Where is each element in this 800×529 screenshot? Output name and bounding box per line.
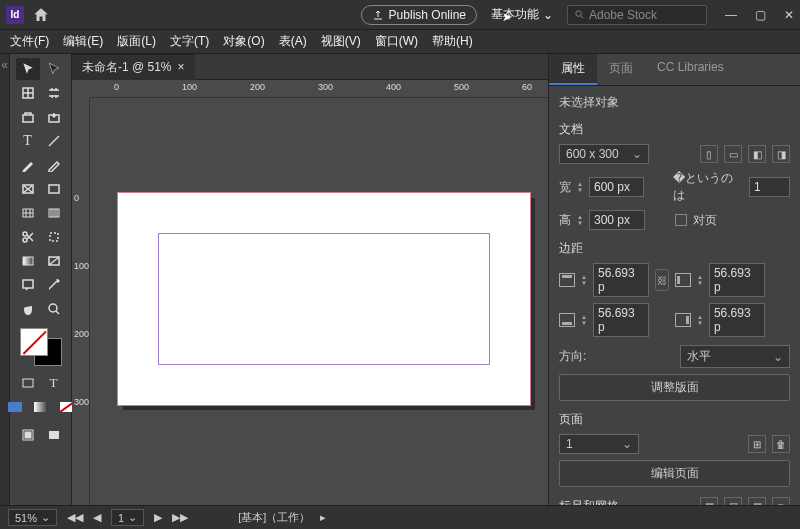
orientation-select[interactable]: 水平 ⌄ [680,345,790,368]
prev-page-icon[interactable]: ◀ [93,511,101,524]
height-input[interactable]: 300 px [589,210,645,230]
color-swatch[interactable] [20,328,62,366]
menu-view[interactable]: 视图(V) [321,33,361,50]
width-label: 宽 [559,179,571,196]
apply-gradient-icon[interactable] [29,396,53,418]
margin-left-value: 56.693 p [714,266,760,294]
margin-bottom-input[interactable]: 56.693 p [593,303,649,337]
note-tool[interactable] [16,274,40,296]
grid-2-icon[interactable]: ▦ [748,497,766,505]
margin-right-input[interactable]: 56.693 p [709,303,765,337]
content-collector-tool[interactable] [16,106,40,128]
gradient-feather-tool[interactable] [42,250,66,272]
binding-right-icon[interactable]: ◨ [772,145,790,163]
orientation-portrait-icon[interactable]: ▯ [700,145,718,163]
delete-page-icon[interactable]: 🗑 [772,435,790,453]
document-tab[interactable]: 未命名-1 @ 51% × [72,54,195,80]
page[interactable] [118,193,530,405]
pencil-tool[interactable] [42,154,66,176]
home-icon[interactable] [32,6,50,24]
zoom-tool[interactable] [42,298,66,320]
ruler-icon[interactable]: ▦ [700,497,718,505]
hand-tool[interactable] [16,298,40,320]
menu-window[interactable]: 窗口(W) [375,33,418,50]
minimize-button[interactable]: — [725,8,737,22]
next-page-icon[interactable]: ▶ [154,511,162,524]
gap-tool[interactable] [42,82,66,104]
svg-rect-5 [49,185,59,193]
menu-help[interactable]: 帮助(H) [432,33,473,50]
margin-left-spinner[interactable]: ▲▼ [697,274,703,286]
scissors-tool[interactable] [16,226,40,248]
next-spread-icon[interactable]: ▶▶ [172,511,188,524]
zoom-select[interactable]: 51% ⌄ [8,509,57,526]
rectangle-tool[interactable] [42,178,66,200]
workspace-dropdown[interactable]: 基本功能 ⌄ [491,6,553,23]
svg-point-9 [23,238,27,242]
eyedropper-tool[interactable] [42,274,66,296]
preset-size-select[interactable]: 600 x 300 ⌄ [559,144,649,164]
grid-tool[interactable] [16,202,40,224]
height-spinner[interactable]: ▲▼ [577,214,583,226]
svg-rect-2 [23,115,33,122]
close-button[interactable]: ✕ [784,8,794,22]
chevron-down-icon: ⌄ [543,8,553,22]
tab-cc-libraries[interactable]: CC Libraries [645,54,736,85]
link-margins-icon[interactable]: ⛓ [655,269,669,291]
panel-tabs: 属性 页面 CC Libraries [549,54,800,86]
rectangle-frame-tool[interactable] [16,178,40,200]
chevron-right-icon[interactable]: ▸ [320,511,326,524]
document-stage[interactable] [90,98,548,505]
direct-selection-tool[interactable] [42,58,66,80]
units-input[interactable]: 1 [749,177,790,197]
grid-3-icon[interactable]: ≡ [772,497,790,505]
add-page-icon[interactable]: ⊞ [748,435,766,453]
margin-left-input[interactable]: 56.693 p [709,263,765,297]
menu-file[interactable]: 文件(F) [10,33,49,50]
width-spinner[interactable]: ▲▼ [577,181,583,193]
menu-layout[interactable]: 版面(L) [117,33,156,50]
close-tab-icon[interactable]: × [178,60,185,74]
menu-type[interactable]: 文字(T) [170,33,209,50]
binding-left-icon[interactable]: ◧ [748,145,766,163]
margin-right-spinner[interactable]: ▲▼ [697,314,703,326]
status-info: [基本]（工作） [238,510,310,525]
format-container-icon[interactable] [16,372,40,394]
search-input[interactable]: Adobe Stock [567,5,707,25]
titlebar: Id Publish Online 基本功能 ⌄ Adobe Stock — ▢… [0,0,800,30]
line-tool[interactable] [42,130,66,152]
width-input[interactable]: 600 px [589,177,644,197]
adjust-layout-button[interactable]: 调整版面 [559,374,790,401]
type-tool[interactable]: T [16,130,40,152]
margin-bottom-spinner[interactable]: ▲▼ [581,314,587,326]
fill-swatch[interactable] [20,328,48,356]
tab-properties[interactable]: 属性 [549,54,597,85]
menu-table[interactable]: 表(A) [279,33,307,50]
margin-top-spinner[interactable]: ▲▼ [581,274,587,286]
menu-edit[interactable]: 编辑(E) [63,33,103,50]
grid-1-icon[interactable]: ▤ [724,497,742,505]
svg-rect-17 [34,402,48,412]
pen-tool[interactable] [16,154,40,176]
margin-guide [158,233,490,365]
margin-top-input[interactable]: 56.693 p [593,263,649,297]
screen-mode-icon[interactable] [42,424,66,446]
orientation-landscape-icon[interactable]: ▭ [724,145,742,163]
frame-grid-tool[interactable] [42,202,66,224]
edit-pages-button[interactable]: 编辑页面 [559,460,790,487]
free-transform-tool[interactable] [42,226,66,248]
apply-color-icon[interactable] [3,396,27,418]
page-select[interactable]: 1 ⌄ [559,434,639,454]
menu-object[interactable]: 对象(O) [223,33,264,50]
maximize-button[interactable]: ▢ [755,8,766,22]
tab-pages[interactable]: 页面 [597,54,645,85]
selection-tool[interactable] [16,58,40,80]
facing-pages-checkbox[interactable] [675,214,687,226]
prev-spread-icon[interactable]: ◀◀ [67,511,83,524]
content-placer-tool[interactable] [42,106,66,128]
gradient-swatch-tool[interactable] [16,250,40,272]
page-tool[interactable] [16,82,40,104]
page-nav-select[interactable]: 1 ⌄ [111,509,144,526]
publish-online-button[interactable]: Publish Online [361,5,477,25]
view-mode-icon[interactable] [16,424,40,446]
